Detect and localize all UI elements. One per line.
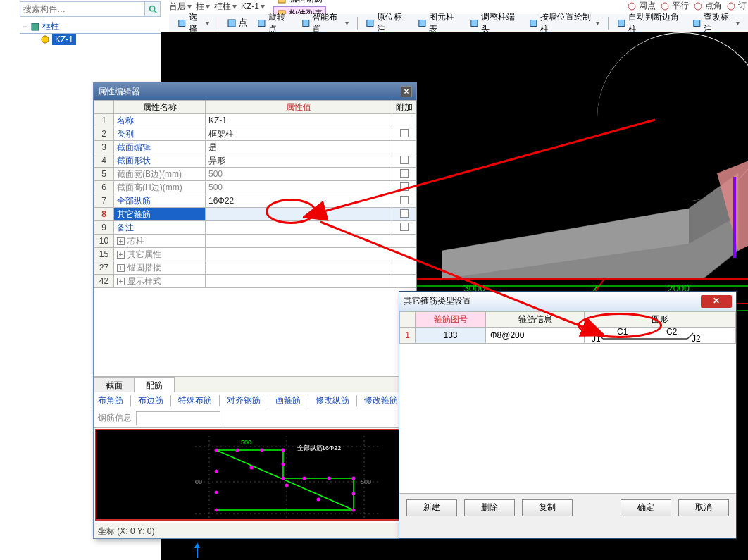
prop-row-1[interactable]: 1名称KZ-1 [94, 114, 416, 127]
svg-text:J2: J2 [692, 334, 701, 343]
svg-text:C1: C1 [617, 328, 628, 337]
svg-text:500: 500 [195, 478, 202, 485]
svg-rect-13 [419, 20, 425, 26]
svg-text:全部纵筋: 全部纵筋 [297, 444, 323, 452]
tree-root[interactable]: − 框柱 [21, 20, 159, 33]
prop-row-42[interactable]: 42+显示样式 [94, 275, 416, 288]
main-toolbar: 选择点旋转点智能布置原位标注图元柱表调整柱端头按墙位置绘制柱自动判断边角柱查改标… [169, 14, 748, 32]
prop-row-5[interactable]: 5截面宽(B边)(mm)500 [94, 168, 416, 181]
section-canvas[interactable]: 500 全部纵筋 16Φ22 500 500 [95, 429, 415, 521]
svg-rect-15 [530, 20, 537, 26]
add-checkbox[interactable] [400, 209, 409, 218]
prop-row-9[interactable]: 9备注 [94, 221, 416, 235]
svg-rect-9 [228, 20, 235, 27]
panel-close-button[interactable]: × [401, 86, 412, 97]
svg-text:500: 500 [241, 439, 251, 446]
cancel-button[interactable]: 取消 [678, 499, 729, 516]
rebar-tool-5[interactable]: 修改纵筋 [316, 394, 349, 406]
col-value: 属性值 [206, 101, 392, 114]
tab-section[interactable]: 截面 [94, 377, 135, 392]
col-stirrup-info: 箍筋信息 [486, 312, 585, 328]
svg-rect-17 [694, 20, 700, 26]
svg-rect-20 [32, 23, 39, 30]
prop-row-10[interactable]: 10+芯柱 [94, 235, 416, 248]
tool-point-icon[interactable]: 点 [223, 15, 251, 31]
add-checkbox[interactable] [400, 129, 409, 137]
svg-point-56 [250, 466, 254, 470]
combo-type[interactable]: 框柱▾ [214, 1, 237, 13]
svg-rect-16 [618, 20, 625, 26]
prop-row-4[interactable]: 4截面形状异形 [94, 154, 416, 168]
svg-point-49 [328, 477, 331, 480]
prop-row-7[interactable]: 7全部纵筋16Φ22 [94, 194, 416, 208]
add-checkbox[interactable] [400, 196, 409, 204]
col-name: 属性名称 [114, 101, 206, 114]
panel-title-text: 属性编辑器 [98, 86, 140, 98]
svg-point-58 [317, 498, 320, 502]
col-shape: 图形 [585, 312, 736, 328]
tree-child-kz1[interactable]: KZ-1 [21, 33, 159, 46]
svg-rect-14 [471, 20, 478, 26]
svg-point-43 [236, 449, 239, 452]
rebar-info-input[interactable] [136, 411, 220, 425]
search-button[interactable] [144, 2, 160, 16]
add-checkbox[interactable] [400, 223, 409, 231]
svg-text:500: 500 [361, 478, 371, 485]
rebar-tool-1[interactable]: 布边筋 [138, 394, 163, 406]
svg-point-45 [282, 449, 285, 452]
svg-text:16Φ22: 16Φ22 [322, 444, 341, 452]
add-checkbox[interactable] [400, 156, 409, 164]
svg-point-50 [352, 477, 356, 480]
new-button[interactable]: 新建 [406, 499, 457, 516]
stirrup-table: 箍筋图号 箍筋信息 图形 1 133 Φ8@200 J1 C1 C2 J2 [399, 311, 736, 344]
svg-point-44 [261, 449, 264, 452]
prop-row-8[interactable]: 8其它箍筋 [94, 208, 416, 221]
svg-point-42 [215, 449, 218, 452]
sidebar: − 框柱 KZ-1 [20, 1, 161, 34]
tab-rebar[interactable]: 配筋 [134, 377, 175, 392]
svg-text:C2: C2 [666, 328, 678, 337]
svg-point-21 [42, 36, 49, 43]
rebar-tool-3[interactable]: 对齐钢筋 [227, 394, 261, 406]
rebar-info-label: 钢筋信息 [98, 412, 132, 424]
search-input[interactable] [20, 2, 144, 16]
svg-point-46 [282, 463, 285, 466]
copy-button[interactable]: 复制 [522, 499, 573, 516]
rebar-tool-2[interactable]: 特殊布筋 [178, 394, 212, 406]
svg-point-48 [303, 477, 306, 480]
svg-rect-11 [302, 20, 308, 26]
stirrup-info-cell[interactable]: Φ8@200 [486, 328, 585, 344]
svg-rect-1 [278, 0, 285, 3]
rebar-tool-4[interactable]: 画箍筋 [275, 394, 301, 406]
rebar-tool-0[interactable]: 布角筋 [98, 394, 123, 406]
prop-row-15[interactable]: 15+其它属性 [94, 248, 416, 261]
prop-row-2[interactable]: 2类别框架柱 [94, 127, 416, 141]
dialog-close-button[interactable]: ✕ [701, 295, 732, 308]
prop-row-3[interactable]: 3截面编辑是 [94, 141, 416, 154]
svg-point-47 [282, 477, 285, 480]
member-tree: − 框柱 KZ-1 [20, 17, 161, 49]
svg-text:J1: J1 [592, 334, 601, 343]
prop-row-27[interactable]: 27+锚固搭接 [94, 261, 416, 275]
stirrup-type-dialog: 其它箍筋类型设置 ✕ 箍筋图号 箍筋信息 图形 1 133 Φ8@200 [399, 291, 737, 539]
delete-button[interactable]: 删除 [464, 499, 515, 516]
svg-rect-8 [179, 20, 185, 26]
prop-row-6[interactable]: 6截面高(H边)(mm)500 [94, 181, 416, 194]
col-add: 附加 [392, 101, 416, 114]
add-checkbox[interactable] [400, 182, 409, 191]
topbtn-rebar-icon[interactable]: 编辑钢筋 [273, 0, 326, 6]
coord-bar: 坐标 (X: 0 Y: 0) [94, 523, 416, 538]
stirrup-no-cell[interactable]: 133 [416, 328, 486, 344]
svg-point-53 [215, 470, 218, 473]
col-stirrup-no: 箍筋图号 [416, 312, 486, 328]
rebar-tool-6[interactable]: 修改箍筋 [364, 394, 398, 406]
section-editor: 截面 配筋 布角筋布边筋特殊布筋对齐钢筋画箍筋修改纵筋修改箍筋 钢筋信息 [94, 376, 416, 538]
stirrup-shape-cell[interactable]: J1 C1 C2 J2 [585, 328, 736, 344]
add-checkbox[interactable] [400, 169, 409, 178]
ok-button[interactable]: 确定 [621, 499, 671, 516]
svg-rect-12 [367, 20, 373, 26]
svg-point-57 [285, 484, 289, 487]
property-table: 属性名称 属性值 附加 1名称KZ-12类别框架柱3截面编辑是4截面形状异形5截… [94, 100, 416, 288]
rebar-toolbar: 布角筋布边筋特殊布筋对齐钢筋画箍筋修改纵筋修改箍筋 [94, 392, 416, 409]
row-num: 1 [400, 328, 416, 344]
